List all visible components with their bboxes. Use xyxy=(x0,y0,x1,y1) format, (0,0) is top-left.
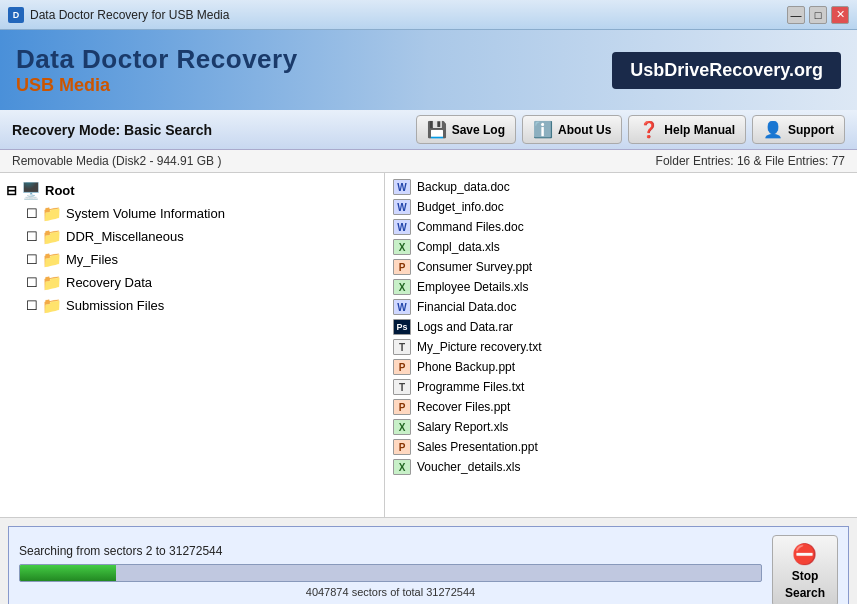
file-name: Logs and Data.rar xyxy=(417,320,513,334)
doc-icon: W xyxy=(393,179,411,195)
file-name: Financial Data.doc xyxy=(417,300,516,314)
list-item[interactable]: X Compl_data.xls xyxy=(389,237,853,257)
xls-icon: X xyxy=(393,239,411,255)
recovery-data-label: Recovery Data xyxy=(66,275,152,290)
tree-root[interactable]: ⊟ 🖥️ Root xyxy=(6,179,378,202)
info-bar: Removable Media (Disk2 - 944.91 GB ) Fol… xyxy=(0,150,857,173)
about-us-label: About Us xyxy=(558,123,611,137)
progress-bar-fill xyxy=(20,565,116,581)
scanning-section: Searching from sectors 2 to 31272544 404… xyxy=(0,518,857,604)
list-item[interactable]: P Recover Files.ppt xyxy=(389,397,853,417)
list-item[interactable]: P Sales Presentation.ppt xyxy=(389,437,853,457)
xls-icon: X xyxy=(393,459,411,475)
checkbox-recovery[interactable]: ☐ xyxy=(26,275,38,290)
ppt-icon: P xyxy=(393,439,411,455)
stop-icon: ⛔ xyxy=(792,542,817,566)
file-name: Salary Report.xls xyxy=(417,420,508,434)
folder-recovery-icon: 📁 xyxy=(42,273,62,292)
file-panel[interactable]: W Backup_data.doc W Budget_info.doc W Co… xyxy=(385,173,857,517)
list-item[interactable]: T Programme Files.txt xyxy=(389,377,853,397)
doc-icon: W xyxy=(393,299,411,315)
stop-search-button[interactable]: ⛔ Stop Search xyxy=(772,535,838,604)
list-item[interactable]: X Employee Details.xls xyxy=(389,277,853,297)
support-label: Support xyxy=(788,123,834,137)
title-bar-controls[interactable]: — □ ✕ xyxy=(787,6,849,24)
txt-icon: T xyxy=(393,379,411,395)
checkbox-ddr[interactable]: ☐ xyxy=(26,229,38,244)
checkbox-submission[interactable]: ☐ xyxy=(26,298,38,313)
file-name: Phone Backup.ppt xyxy=(417,360,515,374)
main-content: ⊟ 🖥️ Root ☐ 📁 System Volume Information … xyxy=(0,173,857,518)
list-item[interactable]: Ps Logs and Data.rar xyxy=(389,317,853,337)
list-item[interactable]: W Backup_data.doc xyxy=(389,177,853,197)
progress-left: Searching from sectors 2 to 31272544 404… xyxy=(19,544,762,598)
sector-text: 4047874 sectors of total 31272544 xyxy=(19,586,762,598)
list-item[interactable]: W Command Files.doc xyxy=(389,217,853,237)
folder-system-icon: 📁 xyxy=(42,204,62,223)
toolbar: Recovery Mode: Basic Search 💾 Save Log ℹ… xyxy=(0,110,857,150)
app-subtitle: USB Media xyxy=(16,75,298,96)
close-button[interactable]: ✕ xyxy=(831,6,849,24)
list-item[interactable]: P Phone Backup.ppt xyxy=(389,357,853,377)
file-name: Programme Files.txt xyxy=(417,380,524,394)
list-item[interactable]: P Consumer Survey.ppt xyxy=(389,257,853,277)
app-icon: D xyxy=(8,7,24,23)
about-us-button[interactable]: ℹ️ About Us xyxy=(522,115,622,144)
system-volume-label: System Volume Information xyxy=(66,206,225,221)
ddr-label: DDR_Miscellaneous xyxy=(66,229,184,244)
xls-icon: X xyxy=(393,279,411,295)
ppt-icon: P xyxy=(393,359,411,375)
about-icon: ℹ️ xyxy=(533,120,553,139)
minimize-button[interactable]: — xyxy=(787,6,805,24)
file-name: Compl_data.xls xyxy=(417,240,500,254)
save-log-icon: 💾 xyxy=(427,120,447,139)
myfiles-label: My_Files xyxy=(66,252,118,267)
tree-item-ddr[interactable]: ☐ 📁 DDR_Miscellaneous xyxy=(6,225,378,248)
xls-icon: X xyxy=(393,419,411,435)
list-item[interactable]: X Salary Report.xls xyxy=(389,417,853,437)
file-name: Voucher_details.xls xyxy=(417,460,520,474)
tree-item-submission[interactable]: ☐ 📁 Submission Files xyxy=(6,294,378,317)
help-manual-button[interactable]: ❓ Help Manual xyxy=(628,115,746,144)
help-manual-label: Help Manual xyxy=(664,123,735,137)
tree-item-system[interactable]: ☐ 📁 System Volume Information xyxy=(6,202,378,225)
file-name: Backup_data.doc xyxy=(417,180,510,194)
txt-icon: T xyxy=(393,339,411,355)
logo-badge[interactable]: UsbDriveRecovery.org xyxy=(612,52,841,89)
list-item[interactable]: T My_Picture recovery.txt xyxy=(389,337,853,357)
list-item[interactable]: W Budget_info.doc xyxy=(389,197,853,217)
progress-area: Searching from sectors 2 to 31272544 404… xyxy=(8,526,849,604)
ps-icon: Ps xyxy=(393,319,411,335)
header: Data Doctor Recovery USB Media UsbDriveR… xyxy=(0,30,857,110)
folder-myfiles-icon: 📁 xyxy=(42,250,62,269)
progress-text: Searching from sectors 2 to 31272544 xyxy=(19,544,762,558)
toolbar-buttons: 💾 Save Log ℹ️ About Us ❓ Help Manual 👤 S… xyxy=(416,115,845,144)
checkbox-system[interactable]: ☐ xyxy=(26,206,38,221)
tree-panel[interactable]: ⊟ 🖥️ Root ☐ 📁 System Volume Information … xyxy=(0,173,385,517)
save-log-button[interactable]: 💾 Save Log xyxy=(416,115,516,144)
list-item[interactable]: W Financial Data.doc xyxy=(389,297,853,317)
expand-root-icon: ⊟ xyxy=(6,183,17,198)
support-icon: 👤 xyxy=(763,120,783,139)
entries-info: Folder Entries: 16 & File Entries: 77 xyxy=(656,154,845,168)
doc-icon: W xyxy=(393,219,411,235)
file-name: Consumer Survey.ppt xyxy=(417,260,532,274)
file-name: My_Picture recovery.txt xyxy=(417,340,541,354)
help-icon: ❓ xyxy=(639,120,659,139)
file-name: Command Files.doc xyxy=(417,220,524,234)
app-name: Data Doctor Recovery xyxy=(16,44,298,75)
ppt-icon: P xyxy=(393,259,411,275)
doc-icon: W xyxy=(393,199,411,215)
list-item[interactable]: X Voucher_details.xls xyxy=(389,457,853,477)
tree-item-recovery[interactable]: ☐ 📁 Recovery Data xyxy=(6,271,378,294)
title-bar-text: Data Doctor Recovery for USB Media xyxy=(30,8,229,22)
support-button[interactable]: 👤 Support xyxy=(752,115,845,144)
checkbox-myfiles[interactable]: ☐ xyxy=(26,252,38,267)
stop-label: Stop xyxy=(792,569,819,583)
file-name: Sales Presentation.ppt xyxy=(417,440,538,454)
stop-label2: Search xyxy=(785,586,825,600)
save-log-label: Save Log xyxy=(452,123,505,137)
tree-item-myfiles[interactable]: ☐ 📁 My_Files xyxy=(6,248,378,271)
maximize-button[interactable]: □ xyxy=(809,6,827,24)
file-name: Recover Files.ppt xyxy=(417,400,510,414)
